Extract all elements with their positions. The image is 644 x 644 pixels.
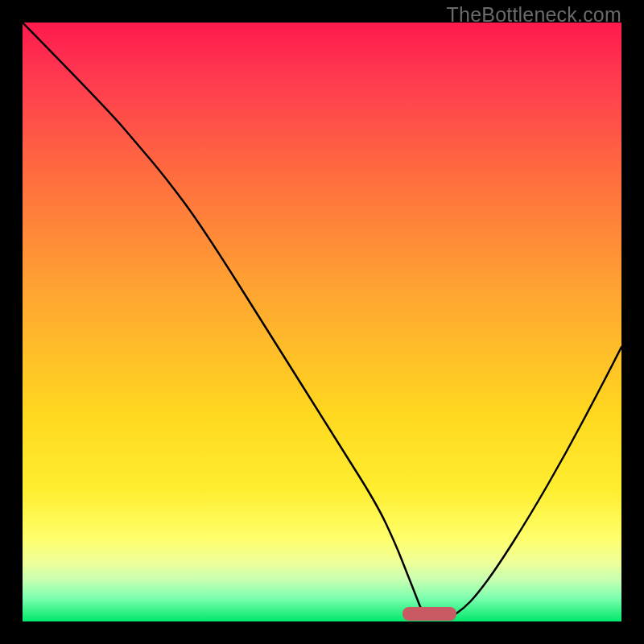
bottleneck-curve (23, 23, 621, 621)
watermark-text: TheBottleneck.com (447, 3, 621, 27)
chart-container: TheBottleneck.com (0, 0, 644, 644)
plot-area (23, 23, 621, 621)
optimal-range-marker (402, 607, 456, 620)
